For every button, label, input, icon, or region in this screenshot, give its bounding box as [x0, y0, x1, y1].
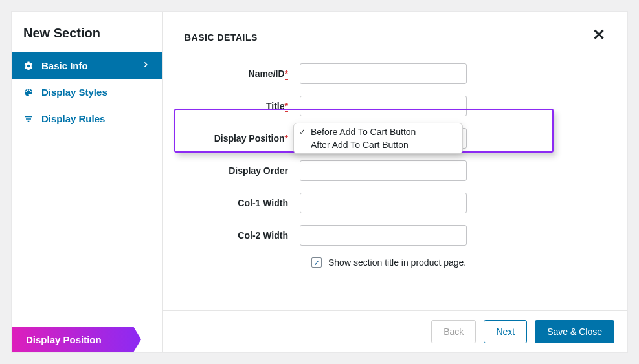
tooltip-caption: Display Position: [12, 327, 141, 352]
modal-container: New Section Basic Info Display Styles: [12, 12, 627, 352]
sidebar-title: New Section: [12, 12, 162, 52]
tooltip-caption-label: Display Position: [26, 334, 102, 345]
filter-icon: [23, 114, 34, 124]
sidebar-tab-basic-info[interactable]: Basic Info: [12, 52, 162, 79]
form-row-display-order: Display Order: [185, 160, 605, 181]
panel-title: BASIC DETAILS: [185, 32, 258, 43]
name-id-input[interactable]: [300, 63, 467, 84]
option-label: After Add To Cart Button: [311, 140, 409, 150]
option-label: Before Add To Cart Button: [311, 127, 416, 137]
label-display-order: Display Order: [185, 166, 300, 176]
back-button[interactable]: Back: [431, 320, 476, 343]
main-panel: BASIC DETAILS ✕ Name/ID* Title*: [162, 12, 627, 352]
sidebar-tab-display-styles[interactable]: Display Styles: [12, 79, 162, 105]
display-order-input[interactable]: [300, 160, 467, 181]
close-button[interactable]: ✕: [592, 27, 605, 43]
label-name-id: Name/ID*: [185, 69, 300, 79]
form-body: Name/ID* Title* Display Position*: [163, 49, 627, 310]
chevron-right-icon: [141, 60, 150, 71]
close-icon: ✕: [592, 26, 605, 43]
next-button[interactable]: Next: [484, 320, 527, 343]
sidebar-tabs: Basic Info Display Styles Display Rules: [12, 52, 162, 132]
footer: Back Next Save & Close: [163, 310, 627, 352]
label-display-position: Display Position*: [185, 133, 300, 144]
palette-icon: [23, 87, 34, 98]
display-position-dropdown: ✓ Before Add To Cart Button After Add To…: [293, 123, 463, 154]
form-row-display-position: Display Position* ▾ ✓ Before Add To Cart…: [185, 128, 605, 149]
title-input[interactable]: [300, 96, 467, 116]
save-close-button[interactable]: Save & Close: [535, 320, 614, 343]
show-title-checkbox[interactable]: ✓: [311, 257, 322, 268]
form-row-col2-width: Col-2 Width: [185, 225, 605, 246]
gear-icon: [23, 61, 34, 71]
sidebar-tab-label: Display Rules: [41, 113, 105, 124]
checkmark-icon: ✓: [313, 258, 320, 268]
dropdown-option-after[interactable]: After Add To Cart Button: [294, 138, 462, 151]
dropdown-option-before[interactable]: ✓ Before Add To Cart Button: [294, 125, 462, 138]
required-mark: *: [285, 69, 288, 80]
main-header: BASIC DETAILS ✕: [163, 12, 627, 49]
form-row-title: Title*: [185, 96, 605, 116]
form-row-name-id: Name/ID*: [185, 63, 605, 84]
checkbox-row-show-title: ✓ Show section title in product page.: [311, 257, 605, 268]
label-title: Title*: [185, 101, 300, 111]
check-icon: ✓: [299, 127, 308, 136]
form-row-col1-width: Col-1 Width: [185, 193, 605, 213]
col1-width-input[interactable]: [300, 193, 467, 213]
sidebar-tab-label: Display Styles: [41, 87, 107, 98]
show-title-checkbox-label: Show section title in product page.: [328, 257, 466, 268]
sidebar-tab-display-rules[interactable]: Display Rules: [12, 105, 162, 132]
label-col1-width: Col-1 Width: [185, 198, 300, 208]
required-mark: *: [285, 133, 288, 144]
label-col2-width: Col-2 Width: [185, 230, 300, 241]
sidebar-tab-label: Basic Info: [41, 60, 88, 71]
sidebar: New Section Basic Info Display Styles: [12, 12, 162, 352]
col2-width-input[interactable]: [300, 225, 467, 246]
required-mark: *: [285, 101, 288, 112]
display-position-select-wrap: ▾ ✓ Before Add To Cart Button After Add …: [300, 128, 467, 149]
